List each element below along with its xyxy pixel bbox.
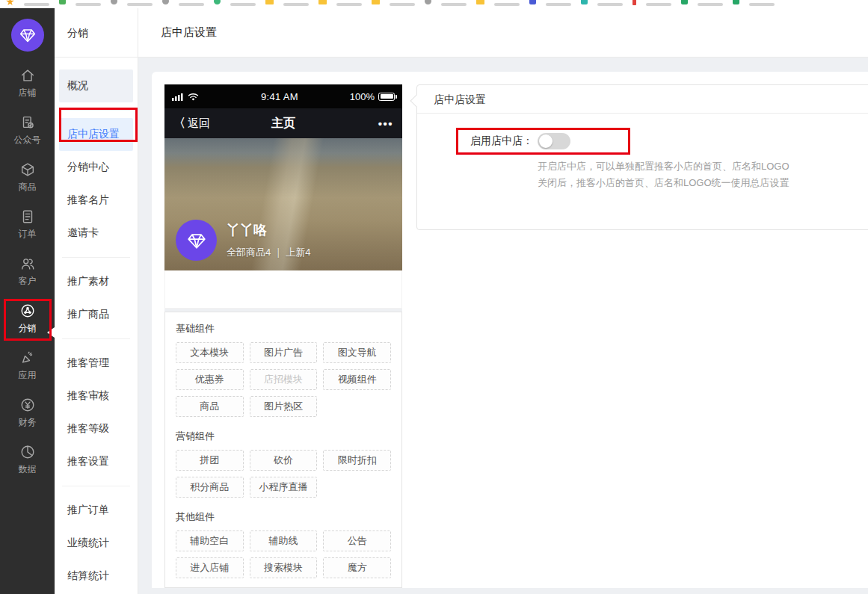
bookmark-label[interactable]: [230, 3, 256, 6]
component-button[interactable]: 图文导航: [323, 342, 391, 363]
bookmark-folder-icon[interactable]: [318, 0, 327, 4]
component-button[interactable]: 图片热区: [250, 396, 318, 417]
menu-item-store-in-store[interactable]: 店中店设置: [59, 118, 133, 151]
component-button[interactable]: 视频组件: [323, 369, 391, 390]
diamond-icon: [18, 25, 37, 45]
component-button[interactable]: 图片广告: [250, 342, 318, 363]
component-button[interactable]: 进入店铺: [176, 557, 244, 578]
sidebar-item-label: 商品: [19, 181, 37, 194]
component-button[interactable]: 限时折扣: [323, 450, 391, 471]
bookmark-label[interactable]: [646, 3, 671, 6]
bookmark-favicon[interactable]: [214, 0, 221, 4]
menu-item-promoter-settings[interactable]: 推客设置: [59, 445, 133, 478]
bookmark-label[interactable]: [336, 3, 362, 6]
menu-item-promo-material[interactable]: 推广素材: [59, 265, 133, 298]
sidebar-item-store[interactable]: 店铺: [0, 60, 55, 107]
component-grid: 辅助空白 辅助线 公告 进入店铺 搜索模块 魔方: [176, 530, 391, 578]
bookmark-favicon[interactable]: [733, 0, 739, 4]
sidebar-item-official-account[interactable]: 公众号: [0, 107, 55, 154]
sidebar-item-label: 店铺: [19, 87, 37, 99]
bookmark-label[interactable]: [494, 3, 520, 6]
bookmark-favicon[interactable]: [162, 0, 169, 4]
menu-item-promo-product[interactable]: 推广商品: [59, 298, 133, 331]
sidebar-item-customer[interactable]: 客户: [0, 248, 55, 295]
menu-item-invite-card[interactable]: 邀请卡: [59, 217, 133, 250]
bookmark-label[interactable]: [749, 3, 775, 6]
primary-sidebar: 店铺 公众号 商品 订单: [0, 8, 55, 594]
component-button[interactable]: 积分商品: [176, 477, 244, 498]
component-button[interactable]: 搜索模块: [250, 557, 318, 578]
sidebar-item-label: 分销: [19, 322, 37, 335]
component-button[interactable]: 魔方: [323, 557, 391, 578]
phone-page-title: 主页: [226, 116, 341, 132]
menu-item-promoter-review[interactable]: 推客审核: [59, 380, 133, 412]
bookmark-folder-icon[interactable]: [265, 0, 274, 4]
bookmark-label[interactable]: [127, 3, 153, 6]
enable-store-label: 启用店中店：: [417, 134, 533, 148]
order-icon: [19, 208, 36, 225]
component-button[interactable]: 商品: [176, 396, 244, 417]
bookmark-label[interactable]: [24, 3, 49, 6]
sidebar-item-finance[interactable]: 财务: [0, 389, 55, 436]
bookmark-folder-icon[interactable]: [476, 0, 484, 4]
menu-divider: [62, 257, 130, 258]
bookmark-label[interactable]: [179, 3, 204, 6]
bookmark-label[interactable]: [76, 3, 101, 6]
finance-icon: [19, 397, 36, 413]
component-button[interactable]: 优惠券: [176, 369, 244, 390]
component-button[interactable]: 砍价: [250, 450, 318, 471]
bookmark-favicon[interactable]: [6, 0, 14, 6]
bookmark-favicon[interactable]: [425, 0, 431, 4]
app-logo[interactable]: [11, 19, 44, 52]
bookmark-folder-icon[interactable]: [372, 0, 380, 4]
sidebar-item-label: 应用: [19, 369, 37, 382]
bookmark-favicon[interactable]: [529, 0, 536, 4]
bookmark-favicon[interactable]: [681, 0, 688, 4]
menu-item-promoter-level[interactable]: 推客等级: [59, 412, 133, 445]
help-line: 关闭后，推客小店的首页、店名和LOGO统一使用总店设置: [538, 175, 868, 191]
component-grid: 文本模块 图片广告 图文导航 优惠券 店招模块 视频组件 商品 图片热区: [176, 342, 391, 417]
menu-item-overview[interactable]: 概况: [59, 69, 133, 102]
section-title: 其他组件: [176, 510, 391, 524]
bookmark-label[interactable]: [390, 3, 415, 6]
bookmark-label[interactable]: [698, 3, 723, 6]
bookmark-favicon[interactable]: [632, 0, 636, 5]
bookmark-label[interactable]: [441, 3, 467, 6]
bookmark-label[interactable]: [597, 3, 623, 6]
menu-item-promoter-manage[interactable]: 推客管理: [59, 347, 133, 380]
sidebar-item-apps[interactable]: 应用: [0, 342, 55, 389]
primary-nav: 店铺 公众号 商品 订单: [0, 60, 55, 483]
menu-item-performance-stats[interactable]: 业绩统计: [59, 527, 133, 560]
bookmark-favicon[interactable]: [581, 0, 588, 4]
component-button[interactable]: 辅助线: [250, 530, 318, 551]
menu-divider: [62, 338, 130, 339]
sidebar-item-data[interactable]: 数据: [0, 436, 55, 483]
status-right: 100%: [341, 91, 395, 102]
menu-item-distribution-center[interactable]: 分销中心: [59, 151, 133, 184]
component-button[interactable]: 小程序直播: [250, 477, 318, 498]
secondary-menu: 概况 店中店设置 分销中心 推客名片 邀请卡 推广素材 推广商品 推客管理 推客…: [55, 58, 138, 593]
menu-divider: [62, 110, 130, 111]
sidebar-item-order[interactable]: 订单: [0, 201, 55, 248]
component-button[interactable]: 公告: [323, 530, 391, 551]
menu-item-settlement-stats[interactable]: 结算统计: [59, 560, 133, 593]
bookmark-favicon[interactable]: [111, 0, 117, 4]
enable-store-toggle[interactable]: [538, 133, 570, 149]
help-text: 开启店中店，可以单独配置推客小店的首页、店名和LOGO 关闭后，推客小店的首页、…: [538, 158, 868, 191]
component-button[interactable]: 辅助空白: [176, 530, 244, 551]
sidebar-item-product[interactable]: 商品: [0, 154, 55, 201]
bookmark-label[interactable]: [283, 3, 309, 6]
sidebar-item-label: 财务: [19, 416, 37, 429]
phone-status-bar: 9:41 AM 100%: [164, 84, 402, 108]
page-title: 店中店设置: [161, 25, 217, 40]
bookmark-favicon[interactable]: [59, 0, 66, 4]
page-header: 店中店设置: [138, 8, 868, 58]
sidebar-item-label: 公众号: [14, 134, 41, 146]
component-button[interactable]: 拼团: [176, 450, 244, 471]
menu-item-promoter-card[interactable]: 推客名片: [59, 184, 133, 217]
component-button[interactable]: 文本模块: [176, 342, 244, 363]
wifi-icon: [188, 93, 199, 101]
content-area: 9:41 AM 100% 〈 返回 主页 •••: [138, 58, 868, 594]
bookmark-label[interactable]: [546, 3, 571, 6]
menu-item-promo-orders[interactable]: 推广订单: [59, 494, 133, 527]
